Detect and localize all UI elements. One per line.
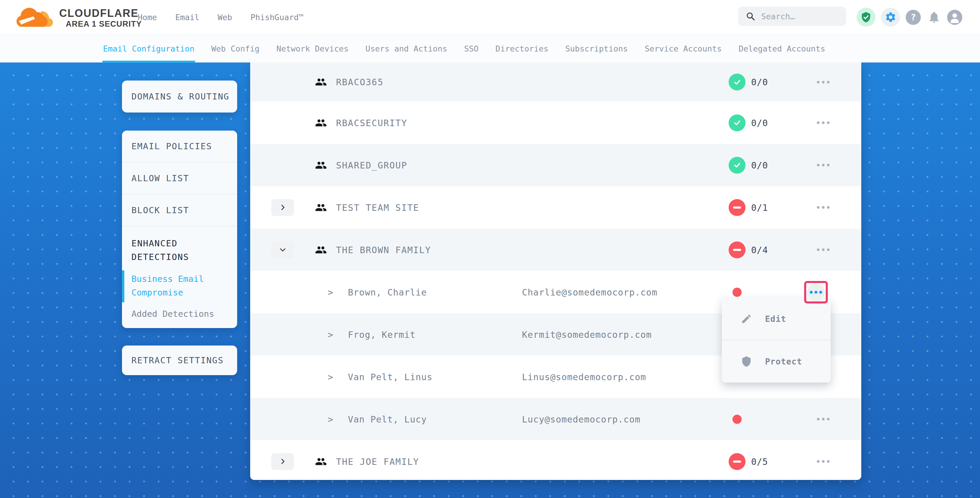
sidebar-item-retract-settings[interactable]: RETRACT SETTINGS — [122, 355, 224, 365]
chevron-icon — [279, 204, 286, 212]
app-header: CLOUDFLARE AREA 1 SECURITY HomeEmailWebP… — [0, 0, 980, 34]
cloudflare-cloud-icon — [15, 3, 56, 29]
logo-brand: CLOUDFLARE — [59, 8, 142, 19]
status-dot — [732, 288, 742, 297]
protected-count: 0/0 — [751, 77, 768, 88]
sidebar-card-domains[interactable]: DOMAINS & ROUTING — [122, 81, 237, 113]
status-badge — [729, 74, 746, 91]
status-badge — [729, 157, 746, 173]
menu-item-protect[interactable]: Protect — [722, 340, 831, 382]
secondary-nav-band: Email ConfigurationWeb ConfigNetwork Dev… — [0, 34, 980, 62]
status-badge — [729, 241, 746, 258]
protected-count: 0/5 — [751, 456, 768, 467]
logo-sub: AREA 1 SECURITY — [66, 19, 142, 29]
minus-icon — [733, 206, 741, 208]
policy-list: EMAIL POLICIESALLOW LISTBLOCK LIST — [122, 130, 237, 226]
tab-directories[interactable]: Directories — [495, 35, 548, 63]
shield-icon — [741, 356, 752, 367]
protected-count: 0/0 — [751, 118, 768, 128]
search-icon — [746, 11, 755, 21]
sidebar-item-allow-list[interactable]: ALLOW LIST — [122, 162, 237, 194]
sidebar-item-block-list[interactable]: BLOCK LIST — [122, 194, 237, 226]
account-icon[interactable] — [947, 10, 962, 25]
row-menu-button[interactable] — [810, 156, 837, 174]
tab-sso[interactable]: SSO — [464, 35, 479, 63]
user-arrow-icon — [328, 372, 333, 382]
content-canvas: DOMAINS & ROUTING EMAIL POLICIESALLOW LI… — [0, 62, 980, 498]
user-arrow-icon — [328, 414, 333, 424]
tab-web-config[interactable]: Web Config — [212, 35, 260, 63]
row-menu-button[interactable] — [810, 410, 837, 428]
tab-network-devices[interactable]: Network Devices — [276, 35, 348, 63]
tab-users-and-actions[interactable]: Users and Actions — [365, 35, 447, 63]
user-name: Brown, Charlie — [348, 287, 427, 297]
enhanced-detections-section: ENHANCED DETECTIONS Business Email Compr… — [122, 226, 237, 321]
group-people-icon — [315, 244, 327, 256]
user-row: Van Pelt, Lucy Lucy@somedemocorp.com — [250, 398, 861, 440]
tab-subscriptions[interactable]: Subscriptions — [565, 35, 628, 63]
user-email: Linus@somedemocorp.com — [522, 372, 646, 382]
settings-gear-icon[interactable] — [881, 8, 900, 27]
shield-check-icon[interactable] — [856, 8, 875, 27]
protected-count: 0/0 — [751, 160, 768, 170]
top-nav-item[interactable]: PhishGuard™ — [250, 13, 304, 22]
minus-icon — [733, 460, 741, 463]
row-menu-button[interactable] — [810, 198, 837, 217]
check-icon — [733, 161, 742, 170]
cloudflare-logo[interactable]: CLOUDFLARE AREA 1 SECURITY — [15, 3, 142, 29]
top-nav: HomeEmailWebPhishGuard™ — [138, 0, 304, 34]
tab-service-accounts[interactable]: Service Accounts — [645, 35, 722, 63]
row-menu-button[interactable] — [810, 452, 837, 471]
help-icon[interactable]: ? — [906, 10, 921, 25]
expand-button[interactable] — [271, 241, 294, 258]
sidebar-item-domains-routing[interactable]: DOMAINS & ROUTING — [122, 91, 229, 102]
top-nav-item[interactable]: Email — [175, 13, 199, 22]
row-menu-button[interactable] — [810, 114, 837, 132]
status-dot — [732, 415, 742, 424]
expand-button[interactable] — [271, 453, 294, 470]
group-row: THE BROWN FAMILY 0/4 — [250, 229, 861, 271]
user-name: Frog, Kermit — [348, 329, 416, 340]
minus-icon — [733, 249, 741, 251]
group-name: THE JOE FAMILY — [336, 456, 419, 467]
pencil-icon — [741, 313, 752, 325]
top-nav-item[interactable]: Home — [138, 13, 157, 22]
row-menu-button[interactable] — [810, 73, 837, 91]
chevron-icon — [279, 246, 286, 254]
row-menu-button-active[interactable] — [807, 283, 825, 301]
sidebar-item-business-email-compromise[interactable]: Business Email Compromise — [132, 272, 226, 299]
group-people-icon — [315, 159, 327, 171]
group-row: SHARED_GROUP 0/0 — [250, 144, 861, 186]
group-people-icon — [315, 76, 327, 88]
sidebar-item-email-policies[interactable]: EMAIL POLICIES — [122, 130, 237, 162]
user-arrow-icon — [328, 329, 333, 340]
check-icon — [733, 118, 742, 127]
user-email: Kermit@somedemocorp.com — [522, 329, 652, 340]
search-box[interactable] — [738, 6, 846, 26]
header-icon-cluster: ? — [856, 0, 962, 34]
groups-table: RBACO365 0/0 RBACSECURITY 0/0 — [250, 62, 861, 480]
sidebar-item-enhanced-detections[interactable]: ENHANCED DETECTIONS — [132, 237, 229, 264]
enhanced-items: Business Email CompromiseAdded Detection… — [132, 272, 228, 321]
group-name: RBACSECURITY — [336, 118, 407, 128]
group-row: RBACSECURITY 0/0 — [250, 102, 861, 144]
sidebar-card-retract[interactable]: RETRACT SETTINGS — [122, 345, 237, 375]
status-badge — [729, 114, 746, 131]
group-row: RBACO365 0/0 — [250, 62, 861, 102]
tab-email-configuration[interactable]: Email Configuration — [103, 35, 194, 63]
row-context-menu: Edit Protect — [722, 298, 831, 382]
expand-button[interactable] — [271, 199, 294, 216]
sidebar-item-added-detections[interactable]: Added Detections — [132, 307, 226, 321]
group-row: TEST TEAM SITE 0/1 — [250, 186, 861, 229]
sidebar-card-policies: EMAIL POLICIESALLOW LISTBLOCK LIST ENHAN… — [122, 130, 237, 328]
group-name: RBACO365 — [336, 77, 384, 88]
notifications-bell-icon[interactable] — [926, 10, 942, 25]
menu-item-edit[interactable]: Edit — [722, 298, 831, 340]
tab-delegated-accounts[interactable]: Delegated Accounts — [739, 35, 826, 63]
search-input[interactable] — [760, 11, 839, 21]
user-arrow-icon — [328, 287, 333, 297]
row-menu-button[interactable] — [810, 241, 837, 259]
user-name: Van Pelt, Linus — [348, 372, 433, 382]
group-people-icon — [315, 456, 327, 468]
top-nav-item[interactable]: Web — [218, 13, 232, 22]
